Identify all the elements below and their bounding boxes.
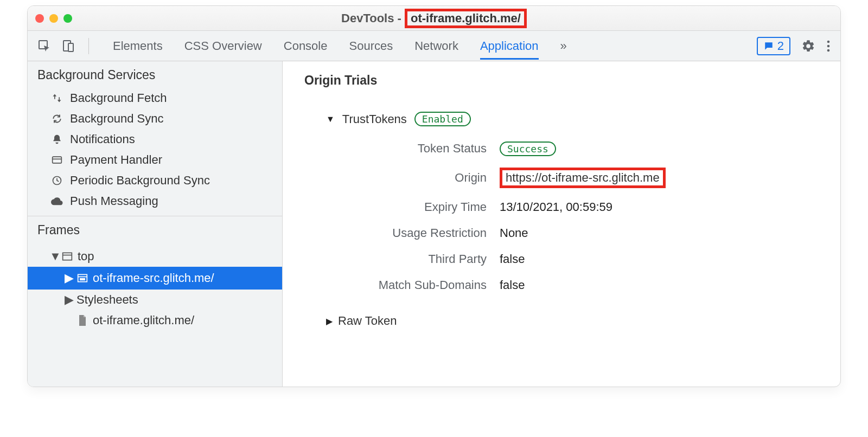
tab-css-overview[interactable]: CSS Overview	[184, 33, 262, 60]
trial-details: Token Status Success Origin https://ot-i…	[337, 142, 819, 292]
value-expiry-time: 13/10/2021, 00:59:59	[500, 200, 819, 214]
frame-icon	[76, 273, 88, 283]
frame-stylesheets[interactable]: ▶ Stylesheets	[28, 290, 282, 310]
svg-rect-13	[80, 278, 85, 280]
svg-rect-9	[63, 253, 72, 260]
label-match-sub-domains: Match Sub-Domains	[337, 278, 500, 292]
label-origin: Origin	[337, 171, 500, 185]
sidebar-item-push-messaging[interactable]: Push Messaging	[28, 191, 282, 211]
bg-services-heading: Background Services	[28, 61, 282, 88]
frame-leaf-label: ot-iframe.glitch.me/	[93, 313, 194, 327]
clock-icon	[50, 175, 63, 186]
window-title: DevTools - ot-iframe.glitch.me/	[28, 9, 840, 28]
label-expiry-time: Expiry Time	[337, 200, 500, 214]
frame-top[interactable]: ▼ top	[28, 246, 282, 267]
trial-header[interactable]: ▼ TrustTokens Enabled	[326, 112, 819, 126]
value-origin: https://ot-iframe-src.glitch.me	[500, 168, 819, 188]
toolbar-right: 2	[757, 37, 831, 55]
sidebar-item-label: Payment Handler	[70, 153, 162, 167]
up-down-arrows-icon	[50, 93, 63, 104]
value-usage-restriction: None	[500, 226, 819, 240]
tab-network[interactable]: Network	[414, 33, 458, 60]
minimize-window-button[interactable]	[49, 14, 58, 23]
messages-count: 2	[777, 39, 784, 53]
frame-selected-label: ot-iframe-src.glitch.me/	[93, 271, 214, 285]
gear-icon	[801, 39, 815, 53]
messages-button[interactable]: 2	[757, 37, 790, 55]
sidebar-item-label: Push Messaging	[70, 194, 158, 208]
sidebar-item-notifications[interactable]: Notifications	[28, 129, 282, 150]
svg-point-4	[827, 44, 830, 47]
inspect-element-icon[interactable]	[37, 39, 52, 53]
bg-services-list: Background Fetch Background Sync Notific…	[28, 88, 282, 216]
disclosure-triangle-closed-icon[interactable]: ▶	[65, 271, 72, 285]
frames-heading: Frames	[28, 216, 282, 243]
more-options-button[interactable]	[826, 40, 831, 53]
bell-icon	[50, 134, 63, 145]
svg-point-5	[827, 49, 830, 52]
origin-trials-panel: Origin Trials ▼ TrustTokens Enabled Toke…	[283, 61, 840, 387]
more-tabs-button[interactable]: »	[560, 39, 567, 53]
svg-point-3	[827, 40, 830, 43]
value-token-status: Success	[500, 142, 819, 156]
window-title-highlight: ot-iframe.glitch.me/	[405, 9, 527, 28]
sidebar-item-background-sync[interactable]: Background Sync	[28, 108, 282, 129]
frame-top-label: top	[78, 249, 94, 264]
sidebar-item-label: Notifications	[70, 132, 135, 146]
disclosure-triangle-open-icon[interactable]: ▼	[49, 249, 57, 264]
trial-name: TrustTokens	[342, 112, 407, 126]
settings-button[interactable]	[801, 39, 815, 53]
frame-selected[interactable]: ▶ ot-iframe-src.glitch.me/	[28, 267, 282, 290]
device-toggle-icon[interactable]	[61, 39, 75, 53]
svg-rect-6	[53, 157, 62, 163]
spacer	[65, 313, 72, 327]
message-icon	[763, 41, 774, 51]
sidebar-item-background-fetch[interactable]: Background Fetch	[28, 88, 282, 108]
frame-leaf[interactable]: ot-iframe.glitch.me/	[28, 310, 282, 331]
card-icon	[50, 155, 63, 165]
window-titlebar: DevTools - ot-iframe.glitch.me/	[28, 6, 840, 31]
value-third-party: false	[500, 252, 819, 266]
disclosure-triangle-closed-icon[interactable]: ▶	[326, 316, 333, 326]
tab-console[interactable]: Console	[284, 33, 328, 60]
tab-sources[interactable]: Sources	[349, 33, 393, 60]
svg-rect-2	[68, 43, 73, 52]
sidebar-item-label: Background Sync	[70, 112, 163, 126]
sidebar-item-periodic-bg-sync[interactable]: Periodic Background Sync	[28, 170, 282, 191]
cloud-icon	[50, 197, 63, 205]
frames-tree: ▼ top ▶ ot-iframe-src.glitch.me/ ▶ Style…	[28, 243, 282, 334]
sidebar-item-label: Periodic Background Sync	[70, 173, 210, 188]
main-content: Background Services Background Fetch Bac…	[28, 61, 840, 387]
tab-application[interactable]: Application	[480, 33, 539, 60]
label-token-status: Token Status	[337, 142, 500, 156]
window-icon	[61, 252, 73, 261]
tab-elements[interactable]: Elements	[113, 33, 163, 60]
kebab-icon	[826, 40, 831, 53]
trial-status-pill: Enabled	[414, 112, 471, 126]
raw-token-label: Raw Token	[338, 314, 397, 328]
application-sidebar: Background Services Background Fetch Bac…	[28, 61, 283, 387]
sidebar-item-payment-handler[interactable]: Payment Handler	[28, 150, 282, 170]
label-third-party: Third Party	[337, 252, 500, 266]
maximize-window-button[interactable]	[63, 14, 72, 23]
raw-token-row[interactable]: ▶ Raw Token	[326, 314, 819, 328]
close-window-button[interactable]	[35, 14, 44, 23]
toolbar-separator	[88, 38, 89, 54]
document-icon	[76, 315, 88, 326]
panel-heading: Origin Trials	[304, 73, 819, 88]
value-match-sub-domains: false	[500, 278, 819, 292]
disclosure-triangle-closed-icon[interactable]: ▶	[65, 293, 72, 307]
sync-icon	[50, 113, 63, 124]
traffic-lights	[35, 14, 72, 23]
label-usage-restriction: Usage Restriction	[337, 226, 500, 240]
devtools-toolbar: Elements CSS Overview Console Sources Ne…	[28, 31, 840, 61]
panel-tabs: Elements CSS Overview Console Sources Ne…	[113, 33, 742, 60]
disclosure-triangle-open-icon[interactable]: ▼	[326, 114, 335, 124]
sidebar-item-label: Background Fetch	[70, 91, 167, 105]
devtools-window: DevTools - ot-iframe.glitch.me/ Elements…	[27, 5, 841, 387]
window-title-prefix: DevTools -	[341, 11, 405, 25]
frame-stylesheets-label: Stylesheets	[76, 293, 138, 307]
